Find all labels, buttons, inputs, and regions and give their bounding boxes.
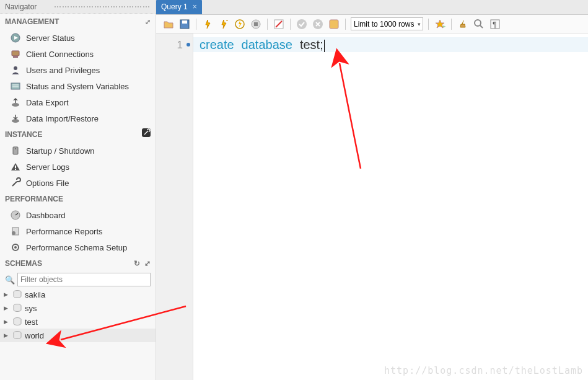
svg-point-12 <box>15 148 16 149</box>
nav-startup-shutdown[interactable]: Startup / Shutdown <box>0 143 156 159</box>
search-icon: 🔍 <box>5 275 15 285</box>
navigator-title-dots: ⋯⋯⋯⋯⋯⋯⋯⋯⋯⋯⋯⋯ <box>54 0 151 13</box>
svg-rect-38 <box>330 20 338 29</box>
code-area[interactable]: create database test; <box>193 33 588 380</box>
instance-wrench-icon <box>142 126 151 143</box>
user-icon <box>10 64 21 76</box>
refresh-icon[interactable]: ↻ <box>134 259 140 268</box>
beautify-button[interactable]: + <box>434 18 446 30</box>
nav-options-file[interactable]: Options File <box>0 175 156 191</box>
editor-toolbar: Limit to 1000 rows + ¶ <box>156 15 588 33</box>
report-icon <box>10 226 21 237</box>
line-number: 1 <box>156 37 193 52</box>
sql-keyword: database <box>242 38 292 51</box>
tree-expand-icon[interactable]: ▶ <box>4 291 10 298</box>
no-limit-button[interactable] <box>273 18 285 30</box>
nav-client-connections[interactable]: Client Connections <box>0 46 156 62</box>
nav-item-label: Data Import/Restore <box>26 114 99 123</box>
tab-close-icon[interactable]: × <box>193 2 197 11</box>
svg-rect-2 <box>12 51 19 56</box>
open-file-button[interactable] <box>162 18 175 30</box>
nav-item-label: Status and System Variables <box>26 82 129 91</box>
nav-performance-reports[interactable]: Performance Reports <box>0 223 156 239</box>
nav-item-label: Performance Schema Setup <box>26 243 127 252</box>
find-button[interactable] <box>473 18 485 30</box>
export-icon <box>10 97 21 108</box>
line-gutter: 1 <box>156 33 193 380</box>
schemas-filter-input[interactable] <box>17 273 151 286</box>
execute-button[interactable] <box>201 18 214 30</box>
database-icon <box>12 317 22 326</box>
nav-item-label: Server Status <box>26 33 75 43</box>
nav-item-label: Options File <box>26 179 69 188</box>
navigator-title: Navigator <box>5 0 37 13</box>
toolbar-separator <box>290 19 291 30</box>
nav-performance-schema[interactable]: Performance Schema Setup <box>0 239 156 255</box>
nav-item-label: Server Logs <box>26 162 69 172</box>
schema-item-world[interactable]: ▶ world <box>0 329 156 342</box>
nav-data-import[interactable]: Data Import/Restore <box>0 110 156 126</box>
svg-rect-15 <box>15 169 16 170</box>
rollback-button[interactable] <box>312 18 324 30</box>
instance-header-label: INSTANCE <box>5 126 42 143</box>
instance-header: INSTANCE <box>0 126 156 143</box>
svg-point-21 <box>14 246 17 249</box>
database-icon <box>12 331 22 340</box>
schema-item-sys[interactable]: ▶ sys <box>0 301 156 315</box>
svg-point-34 <box>297 19 307 29</box>
query-tab[interactable]: Query 1 × <box>156 0 202 14</box>
nav-item-label: Client Connections <box>26 50 94 59</box>
schemas-header-label: SCHEMAS <box>5 259 42 268</box>
explain-button[interactable] <box>234 18 246 30</box>
schema-label: sakila <box>25 290 45 299</box>
svg-point-19 <box>12 231 15 235</box>
play-circle-icon <box>10 32 21 43</box>
nav-item-label: Data Export <box>26 98 69 107</box>
database-icon <box>12 290 22 299</box>
warning-icon <box>10 161 21 172</box>
svg-rect-31 <box>254 22 258 26</box>
toolbar-separator <box>196 19 196 30</box>
autocommit-button[interactable] <box>328 18 340 30</box>
tab-label: Query 1 <box>161 2 188 11</box>
schema-label: test <box>25 317 38 327</box>
nav-users-privileges[interactable]: Users and Privileges <box>0 62 156 78</box>
stop-button[interactable] <box>250 18 262 30</box>
svg-point-41 <box>475 20 481 26</box>
nav-item-label: Performance Reports <box>26 227 103 236</box>
sql-identifier: test; <box>300 38 323 51</box>
toolbar-separator <box>267 19 268 30</box>
save-button[interactable] <box>178 18 191 30</box>
line-number-text: 1 <box>177 39 183 51</box>
nav-data-export[interactable]: Data Export <box>0 94 156 110</box>
database-icon <box>12 304 22 312</box>
expand-icon[interactable]: ⤢ <box>145 14 151 30</box>
clean-button[interactable] <box>457 18 469 30</box>
commit-button[interactable] <box>296 18 308 30</box>
svg-rect-3 <box>13 56 18 58</box>
schema-item-sakila[interactable]: ▶ sakila <box>0 288 156 301</box>
tree-expand-icon[interactable]: ▶ <box>4 305 10 311</box>
svg-text:+: + <box>442 24 445 30</box>
row-limit-select[interactable]: Limit to 1000 rows <box>351 17 423 30</box>
toolbar-separator <box>345 19 346 30</box>
tree-expand-icon[interactable]: ▶ <box>4 332 10 338</box>
nav-server-logs[interactable]: Server Logs <box>0 159 156 175</box>
pilcrow-button[interactable]: ¶ <box>489 18 501 30</box>
schema-item-test[interactable]: ▶ test <box>0 315 156 329</box>
expand-schemas-icon[interactable]: ⤢ <box>144 259 151 268</box>
nav-item-label: Dashboard <box>26 211 66 220</box>
gauge-icon <box>10 210 21 221</box>
nav-status-variables[interactable]: Status and System Variables <box>0 78 156 94</box>
nav-server-status[interactable]: Server Status <box>0 30 156 46</box>
schemas-filter-row: 🔍 <box>0 272 156 288</box>
code-line: create database test; <box>193 37 588 52</box>
navigator-title-bar: Navigator ⋯⋯⋯⋯⋯⋯⋯⋯⋯⋯⋯⋯ <box>0 0 156 14</box>
nav-dashboard[interactable]: Dashboard <box>0 207 156 223</box>
toolbar-separator <box>451 19 452 30</box>
server-icon <box>10 145 21 156</box>
tree-expand-icon[interactable]: ▶ <box>4 319 10 325</box>
execute-current-button[interactable] <box>217 18 230 30</box>
sql-editor[interactable]: 1 create database test; <box>156 33 588 380</box>
nav-item-label: Users and Privileges <box>26 66 100 75</box>
